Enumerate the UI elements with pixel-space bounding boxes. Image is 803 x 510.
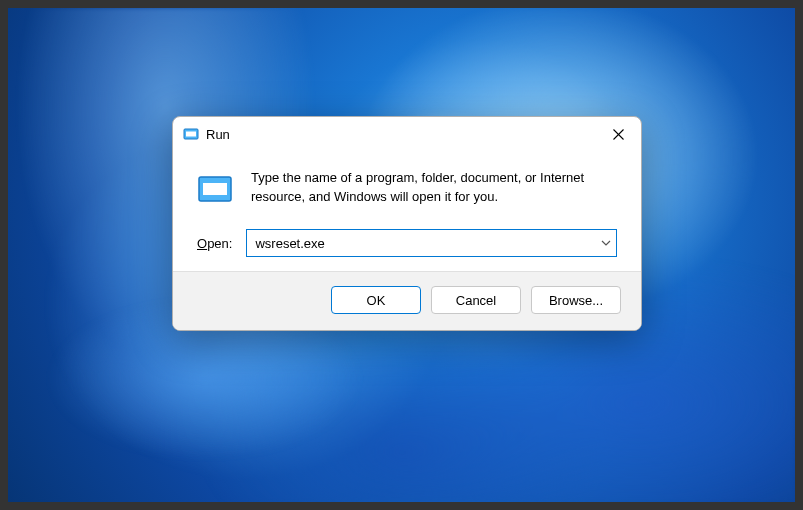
open-combobox[interactable] xyxy=(246,229,617,257)
cancel-button[interactable]: Cancel xyxy=(431,286,521,314)
svg-rect-5 xyxy=(203,183,227,195)
close-button[interactable] xyxy=(595,117,641,151)
browse-button[interactable]: Browse... xyxy=(531,286,621,314)
run-icon xyxy=(183,126,199,142)
ok-button[interactable]: OK xyxy=(331,286,421,314)
close-icon xyxy=(613,129,624,140)
open-label: Open: xyxy=(197,236,232,251)
dialog-description: Type the name of a program, folder, docu… xyxy=(251,169,617,207)
titlebar[interactable]: Run xyxy=(173,117,641,151)
button-row: OK Cancel Browse... xyxy=(173,271,641,330)
dialog-body: Type the name of a program, folder, docu… xyxy=(173,151,641,271)
run-icon-large xyxy=(197,171,233,207)
svg-rect-1 xyxy=(186,132,196,137)
open-input[interactable] xyxy=(246,229,617,257)
run-dialog: Run Type the name of a program, folder, … xyxy=(172,116,642,331)
dialog-title: Run xyxy=(206,127,595,142)
